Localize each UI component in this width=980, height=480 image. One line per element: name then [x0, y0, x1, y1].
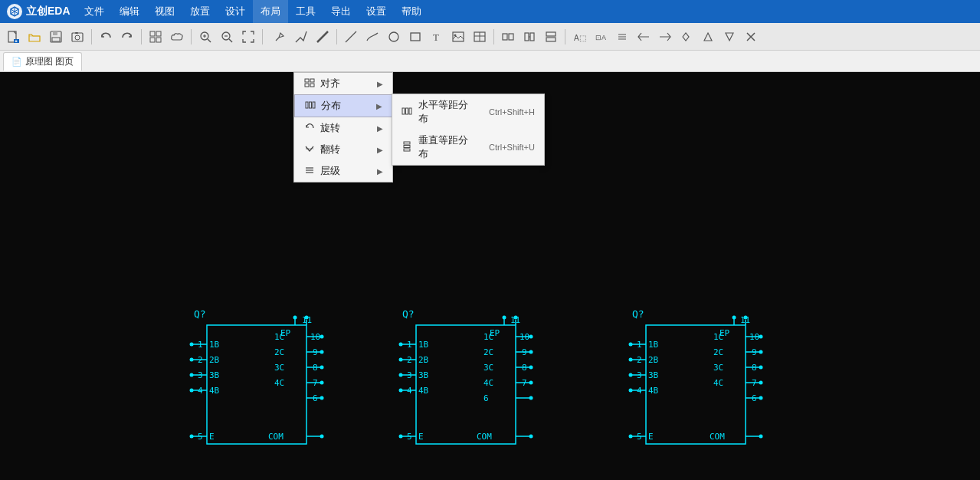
component-3: Q? 1B 1 2B 2 3B 3 4B 4 E 5 1C 1: [629, 308, 763, 444]
redo-btn[interactable]: [117, 27, 137, 47]
tab-label: 原理图 图页: [25, 55, 74, 68]
svg-text:4: 4: [637, 386, 642, 396]
layer-arrow: ▶: [377, 167, 383, 176]
tool-3[interactable]: [541, 27, 561, 47]
svg-point-64: [320, 366, 324, 370]
tool-10[interactable]: [698, 27, 718, 47]
svg-point-94: [399, 373, 403, 377]
svg-text:Q?: Q?: [632, 308, 644, 320]
tool-image[interactable]: [448, 27, 468, 47]
svg-point-172: [759, 396, 763, 400]
svg-point-156: [759, 335, 763, 339]
open-btn[interactable]: [25, 27, 44, 47]
svg-text:3B: 3B: [418, 370, 429, 380]
tool-4[interactable]: A⬚: [569, 27, 589, 47]
layout-dropdown[interactable]: 对齐 ▶ 分布 ▶ 水平等距分布 Ctrl+Shift+H: [293, 72, 393, 182]
tool-12[interactable]: [741, 27, 761, 47]
tool-8[interactable]: [655, 27, 675, 47]
main-canvas[interactable]: Q? 1B 1 2B 2 3B 3 4B 4 E 5: [0, 72, 980, 480]
svg-rect-194: [404, 145, 410, 147]
cloud-btn[interactable]: [167, 27, 187, 47]
menu-file[interactable]: 文件: [77, 0, 112, 23]
svg-rect-29: [546, 32, 556, 36]
svg-text:A⬚: A⬚: [574, 34, 586, 42]
svg-text:2: 2: [198, 355, 203, 365]
zoom-in-btn[interactable]: [195, 27, 215, 47]
tool-1[interactable]: [498, 27, 518, 47]
svg-text:1: 1: [407, 340, 412, 350]
menu-settings[interactable]: 设置: [359, 0, 394, 23]
svg-rect-183: [305, 79, 309, 82]
sep3: [191, 29, 192, 44]
menu-place[interactable]: 放置: [182, 0, 218, 23]
tool-text[interactable]: T: [427, 27, 447, 47]
tool-9[interactable]: [677, 27, 696, 47]
tool-11[interactable]: [719, 27, 739, 47]
svg-text:9: 9: [313, 347, 318, 357]
tool-curve[interactable]: [362, 27, 382, 47]
tool-line[interactable]: [341, 27, 361, 47]
tool-bus[interactable]: [313, 27, 333, 47]
menu-help[interactable]: 帮助: [394, 0, 429, 23]
undo-btn[interactable]: [96, 27, 116, 47]
tab-schematic[interactable]: 📄 原理图 图页: [3, 52, 82, 71]
svg-text:COM: COM: [477, 432, 492, 442]
align-menu-item[interactable]: 对齐 ▶: [294, 73, 392, 94]
save-btn[interactable]: [46, 27, 66, 47]
svg-rect-134: [646, 325, 746, 444]
tool-rect[interactable]: [405, 27, 425, 47]
distribute-submenu[interactable]: 水平等距分布 Ctrl+Shift+H 垂直等距分布 Ctrl+Shift+U: [392, 94, 545, 166]
menu-layout[interactable]: 布局: [253, 0, 288, 23]
menu-tools[interactable]: 工具: [288, 0, 323, 23]
svg-text:7: 7: [313, 378, 318, 388]
svg-rect-188: [310, 102, 312, 108]
svg-rect-193: [404, 142, 410, 144]
svg-text:8: 8: [313, 363, 318, 373]
svg-text:E: E: [648, 432, 654, 442]
tool-circle[interactable]: [384, 27, 404, 47]
svg-text:1B: 1B: [209, 340, 220, 350]
menu-bar: 立创EDA 文件 编辑 视图 放置 设计 布局 工具 导出 设置 帮助: [0, 0, 980, 23]
flip-menu-item[interactable]: 翻转 ▶: [294, 139, 392, 160]
menu-design[interactable]: 设计: [218, 0, 253, 23]
svg-point-122: [529, 396, 533, 400]
svg-point-79: [305, 316, 309, 320]
svg-text:3: 3: [637, 370, 642, 380]
menu-export[interactable]: 导出: [323, 0, 359, 23]
tool-6[interactable]: [612, 27, 632, 47]
svg-rect-10: [156, 31, 161, 36]
align-label: 对齐: [320, 77, 372, 90]
svg-text:1B: 1B: [648, 340, 659, 350]
rotate-menu-item[interactable]: 旋转 ▶: [294, 117, 392, 139]
menu-edit[interactable]: 编辑: [112, 0, 147, 23]
h-distribute-icon: [402, 106, 414, 119]
tool-table[interactable]: [470, 27, 490, 47]
screenshot-btn[interactable]: [67, 27, 87, 47]
sep2: [141, 29, 142, 44]
svg-point-56: [320, 335, 324, 339]
array-btn[interactable]: [146, 27, 166, 47]
layer-menu-item[interactable]: 层级 ▶: [294, 160, 392, 182]
tool-2[interactable]: [519, 27, 539, 47]
distribute-menu-item[interactable]: 分布 ▶ 水平等距分布 Ctrl+Shift+H: [294, 94, 392, 117]
svg-point-98: [399, 389, 403, 393]
tool-5[interactable]: ⊡A: [591, 27, 611, 47]
h-distribute-shortcut: Ctrl+Shift+H: [489, 107, 535, 117]
zoom-out-btn[interactable]: [217, 27, 237, 47]
tool-wire[interactable]: [291, 27, 311, 47]
svg-text:4C: 4C: [274, 378, 284, 388]
component-2: Q? 1B 1 2B 2 3B 3 4B 4 E 5 1C 1: [399, 308, 533, 444]
svg-point-152: [629, 435, 633, 439]
menu-view[interactable]: 视图: [147, 0, 182, 23]
align-arrow: ▶: [377, 80, 383, 88]
svg-text:2B: 2B: [418, 355, 429, 365]
h-distribute-item[interactable]: 水平等距分布 Ctrl+Shift+H: [392, 94, 544, 130]
svg-text:1B: 1B: [418, 340, 429, 350]
svg-text:EP: EP: [719, 328, 730, 338]
svg-text:Q?: Q?: [194, 308, 206, 320]
fit-btn[interactable]: [238, 27, 258, 47]
tool-pin[interactable]: [270, 27, 290, 47]
v-distribute-item[interactable]: 垂直等距分布 Ctrl+Shift+U: [392, 130, 544, 165]
new-btn[interactable]: [3, 27, 23, 47]
tool-7[interactable]: [634, 27, 654, 47]
